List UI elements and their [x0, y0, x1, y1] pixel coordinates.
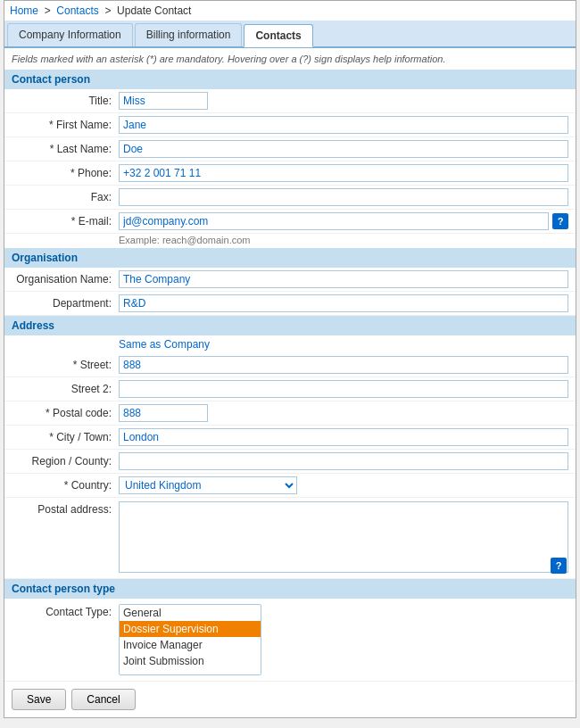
title-input[interactable]	[119, 92, 208, 110]
country-row: * Country: United Kingdom France Germany…	[4, 474, 576, 498]
cancel-button[interactable]: Cancel	[71, 689, 135, 710]
email-input[interactable]	[119, 212, 549, 230]
email-help-button[interactable]: ?	[552, 213, 568, 229]
same-as-row: Same as Company	[4, 335, 576, 353]
city-input-cell	[119, 428, 568, 446]
postal-code-input-cell	[119, 404, 568, 422]
contact-type-label: Contact Type:	[12, 604, 119, 618]
tab-contacts[interactable]: Contacts	[244, 24, 312, 47]
phone-input[interactable]	[119, 164, 568, 182]
department-input[interactable]	[119, 294, 568, 312]
breadcrumb: Home > Contacts > Update Contact	[4, 1, 576, 21]
street-row: * Street:	[4, 353, 576, 377]
region-row: Region / County:	[4, 450, 576, 474]
help-text: Fields marked with an asterisk (*) are m…	[4, 48, 576, 70]
title-input-cell	[119, 92, 568, 110]
street2-label: Street 2:	[12, 383, 119, 395]
city-row: * City / Town:	[4, 426, 576, 450]
org-name-input[interactable]	[119, 270, 568, 288]
save-button[interactable]: Save	[12, 689, 66, 710]
same-as-company-link[interactable]: Same as Company	[119, 338, 210, 351]
email-row-inner: ?	[119, 212, 568, 230]
postal-address-label: Postal address:	[12, 501, 119, 516]
city-input[interactable]	[119, 428, 568, 446]
street2-input-cell	[119, 380, 568, 398]
fax-label: Fax:	[12, 191, 119, 203]
breadcrumb-home[interactable]: Home	[10, 4, 38, 17]
title-label: Title:	[12, 95, 119, 107]
title-row: Title:	[4, 89, 576, 113]
address-form: Same as Company * Street: Street 2: * Po…	[4, 335, 576, 579]
contact-type-select[interactable]: General Dossier Supervision Invoice Mana…	[119, 604, 261, 675]
tabs-container: Company Information Billing information …	[4, 21, 576, 48]
contact-person-type-section-header: Contact person type	[4, 579, 576, 599]
email-input-cell: ?	[119, 212, 568, 230]
address-section-header: Address	[4, 316, 576, 335]
first-name-row: * First Name:	[4, 113, 576, 137]
postal-address-input-cell: ?	[119, 501, 568, 575]
department-label: Department:	[12, 297, 119, 310]
phone-input-cell	[119, 164, 568, 182]
organisation-section-header: Organisation	[4, 248, 576, 268]
organisation-form: Organisation Name: Department:	[4, 268, 576, 316]
breadcrumb-current: Update Contact	[117, 4, 191, 17]
contact-type-input-cell: General Dossier Supervision Invoice Mana…	[119, 604, 568, 675]
breadcrumb-contacts[interactable]: Contacts	[56, 4, 98, 17]
department-row: Department:	[4, 292, 576, 316]
org-name-input-cell	[119, 270, 568, 288]
last-name-label: * Last Name:	[12, 143, 119, 155]
street2-row: Street 2:	[4, 377, 576, 401]
city-label: * City / Town:	[12, 431, 119, 443]
footer-buttons: Save Cancel	[4, 682, 576, 717]
last-name-input-cell	[119, 140, 568, 158]
last-name-row: * Last Name:	[4, 137, 576, 161]
street-input[interactable]	[119, 356, 568, 374]
org-name-row: Organisation Name:	[4, 268, 576, 292]
region-input-cell	[119, 452, 568, 470]
phone-label: * Phone:	[12, 167, 119, 179]
first-name-input-cell	[119, 116, 568, 134]
first-name-input[interactable]	[119, 116, 568, 134]
country-label: * Country:	[12, 479, 119, 492]
contact-person-section-header: Contact person	[4, 70, 576, 89]
org-name-label: Organisation Name:	[12, 273, 119, 285]
fax-input-cell	[119, 188, 568, 206]
contact-person-form: Title: * First Name: * Last Name: * Phon…	[4, 89, 576, 248]
postal-address-row: Postal address: ?	[4, 498, 576, 579]
email-row: * E-mail: ?	[4, 210, 576, 234]
region-input[interactable]	[119, 452, 568, 470]
postal-address-help-button[interactable]: ?	[551, 558, 567, 574]
postal-address-textarea[interactable]	[119, 501, 568, 573]
tab-billing-information[interactable]: Billing information	[135, 23, 243, 46]
contact-type-row: Contact Type: General Dossier Supervisio…	[4, 599, 576, 682]
first-name-label: * First Name:	[12, 119, 119, 131]
contact-type-form: Contact Type: General Dossier Supervisio…	[4, 599, 576, 682]
street-label: * Street:	[12, 359, 119, 371]
email-label: * E-mail:	[12, 215, 119, 228]
fax-input[interactable]	[119, 188, 568, 206]
tab-company-information[interactable]: Company Information	[7, 23, 133, 46]
postal-code-label: * Postal code:	[12, 407, 119, 419]
email-example-text: Example: reach@domain.com	[4, 234, 576, 248]
postal-code-input[interactable]	[119, 404, 208, 422]
last-name-input[interactable]	[119, 140, 568, 158]
region-label: Region / County:	[12, 455, 119, 467]
street2-input[interactable]	[119, 380, 568, 398]
country-select[interactable]: United Kingdom France Germany Belgium	[119, 476, 297, 494]
phone-row: * Phone:	[4, 161, 576, 186]
department-input-cell	[119, 294, 568, 312]
street-input-cell	[119, 356, 568, 374]
postal-code-row: * Postal code:	[4, 401, 576, 426]
fax-row: Fax:	[4, 186, 576, 210]
country-input-cell: United Kingdom France Germany Belgium	[119, 476, 568, 494]
